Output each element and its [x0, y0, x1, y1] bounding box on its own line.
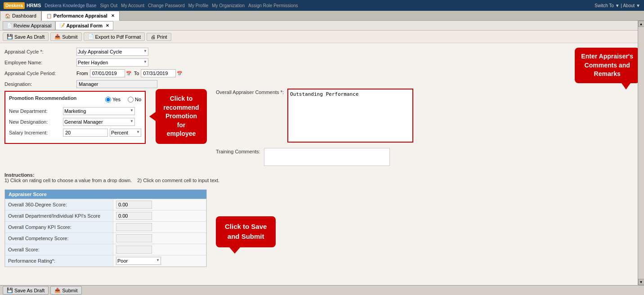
- subtab-review-label: Review Appraisal: [13, 23, 51, 28]
- top-nav: Deskera HRMS Deskera Knowledge Base Sign…: [0, 0, 644, 11]
- nav-myorg[interactable]: My Organization: [212, 3, 245, 8]
- logo-area: Deskera HRMS: [4, 2, 41, 9]
- upper-section: Appraisal Cycle *: July Appraisal Cycle …: [4, 48, 640, 166]
- to-calendar-icon[interactable]: 📅: [177, 71, 182, 76]
- nav-myprofile[interactable]: My Profile: [188, 3, 208, 8]
- tab-dashboard-label: Dashboard: [12, 13, 36, 18]
- appraiser-callout-arrow: [622, 83, 631, 89]
- performance-rating-select[interactable]: Poor Average Good Excellent: [116, 257, 161, 265]
- main-tab-bar: 🏠 Dashboard 📋 Performance Appraisal ✕: [0, 11, 644, 21]
- promotion-row-wrapper: Promotion Recommendation Yes No: [4, 89, 207, 144]
- logo-box: Deskera: [4, 2, 25, 9]
- export-label: Export to Pdf Format: [95, 34, 141, 40]
- appraisal-icon: 📋: [46, 13, 52, 18]
- nav-signout[interactable]: Sign Out: [100, 3, 117, 8]
- salary-type-select[interactable]: Percent: [110, 129, 141, 137]
- salary-input[interactable]: [63, 129, 108, 137]
- nav-assignrole[interactable]: Assign Role Permissions: [248, 3, 298, 8]
- appraisal-cycle-select-wrapper: July Appraisal Cycle: [76, 48, 148, 56]
- new-dept-label: New Department:: [9, 108, 63, 114]
- score-value-4: [113, 244, 206, 255]
- score-value-1: [113, 210, 206, 221]
- appraiser-callout: Enter Appraiser's Comments and Remarks: [575, 48, 640, 83]
- submit-button[interactable]: 📤 Submit: [50, 32, 81, 41]
- promo-callout-line1: Click to recommend: [163, 94, 200, 112]
- score-value-3: [113, 232, 206, 244]
- right-form: Enter Appraiser's Comments and Remarks O…: [216, 48, 640, 166]
- subtab-close-icon[interactable]: ✕: [106, 23, 109, 28]
- overall-comments-input[interactable]: Outstanding Performance: [287, 89, 413, 143]
- promotion-header: Promotion Recommendation Yes No: [9, 95, 141, 103]
- print-button[interactable]: 🖨 Print: [147, 33, 171, 41]
- appraisal-cycle-select[interactable]: July Appraisal Cycle: [76, 48, 148, 56]
- left-form: Appraisal Cycle *: July Appraisal Cycle …: [4, 48, 207, 144]
- period-from-input[interactable]: [90, 69, 125, 77]
- promotion-no-label[interactable]: No: [128, 97, 141, 103]
- cycle-period-row: Appraisal Cycle Period: From 📅 To 📅: [4, 69, 207, 77]
- from-label: From: [76, 71, 88, 76]
- promotion-no-radio[interactable]: [128, 97, 134, 103]
- table-row: Overall Competency Score:: [5, 232, 206, 244]
- tab-dashboard[interactable]: 🏠 Dashboard: [0, 11, 41, 21]
- score-label-3: Overall Competency Score:: [5, 232, 113, 244]
- new-dept-row: New Department: Marketing: [9, 107, 141, 115]
- save-draft-icon: 💾: [7, 34, 13, 40]
- submit-callout-wrapper: Click to Save and Submit: [216, 216, 276, 247]
- instructions-line1: 1) Click on rating cell to choose a valu…: [4, 178, 132, 183]
- appraiser-callout-wrapper: Enter Appraiser's Comments and Remarks: [575, 48, 640, 83]
- nav-changepassword[interactable]: Change Password: [148, 3, 185, 8]
- export-icon: 📄: [88, 34, 94, 40]
- designation-input[interactable]: [76, 80, 157, 88]
- save-draft-button[interactable]: 💾 Save As Draft: [3, 32, 49, 41]
- instructions-line2: 2) Click on comment cell to input text.: [137, 178, 219, 183]
- overall-comments-row: Overall Appraiser Comments *: Outstandin…: [216, 89, 640, 143]
- tab-close-icon[interactable]: ✕: [111, 13, 115, 18]
- cycle-period-label: Appraisal Cycle Period:: [4, 71, 76, 76]
- table-row: Overall Company KPI Score:: [5, 221, 206, 232]
- score-input-3[interactable]: [116, 234, 152, 242]
- review-icon: 📄: [7, 23, 12, 28]
- period-to-input[interactable]: [141, 69, 176, 77]
- appraiser-callout-line1: Enter Appraiser's: [581, 52, 633, 61]
- score-header: Appraiser Score: [5, 190, 206, 199]
- appraiser-callout-row: Enter Appraiser's Comments and Remarks: [216, 48, 640, 83]
- scroll-down-button[interactable]: ▼: [638, 279, 644, 285]
- score-input-0[interactable]: [116, 201, 152, 209]
- salary-row: Salary Increment: Percent: [9, 129, 141, 137]
- employee-name-label: Employee Name:: [4, 60, 76, 65]
- export-pdf-button[interactable]: 📄 Export to Pdf Format: [84, 32, 145, 41]
- promotion-yes-label[interactable]: Yes: [105, 97, 121, 103]
- score-input-1[interactable]: [116, 212, 152, 220]
- promotion-box: Promotion Recommendation Yes No: [4, 91, 146, 144]
- score-value-0: [113, 199, 206, 210]
- main-content: Appraisal Cycle *: July Appraisal Cycle …: [0, 43, 644, 285]
- knowledge-base-link[interactable]: Deskera Knowledge Base: [45, 3, 96, 8]
- subtab-review-appraisal[interactable]: 📄 Review Appraisal: [3, 21, 55, 30]
- new-desig-label: New Designation:: [9, 119, 63, 125]
- switch-to[interactable]: Switch To ▼ | About ▼: [595, 3, 640, 8]
- subtab-appraisal-form[interactable]: 📝 Appraisal Form ✕: [55, 21, 113, 30]
- score-input-4[interactable]: [116, 246, 152, 254]
- from-calendar-icon[interactable]: 📅: [126, 71, 131, 76]
- training-comments-input[interactable]: [264, 148, 390, 166]
- nav-myaccount[interactable]: My Account: [121, 3, 144, 8]
- promo-callout-line3: employee: [163, 130, 200, 139]
- appraiser-callout-line2: Comments and: [581, 61, 633, 70]
- score-table: Overall 360-Degree Score: Overall Depart…: [5, 199, 206, 267]
- new-dept-select-wrapper: Marketing: [63, 107, 135, 115]
- overall-comments-label: Overall Appraiser Comments *:: [216, 89, 284, 95]
- scrollbar[interactable]: ▲ ▼: [638, 21, 644, 285]
- print-icon: 🖨: [151, 34, 156, 40]
- scroll-up-button[interactable]: ▲: [638, 21, 644, 27]
- promo-callout-line2: Promotion for: [163, 112, 200, 130]
- appraiser-callout-line3: Remarks: [581, 70, 633, 79]
- new-dept-select[interactable]: Marketing: [63, 107, 135, 115]
- promotion-radio-group: Yes No: [105, 97, 141, 103]
- promotion-yes-radio[interactable]: [105, 97, 111, 103]
- new-desig-select[interactable]: General Manager: [63, 118, 135, 126]
- submit-label: Submit: [62, 34, 77, 40]
- employee-name-select[interactable]: Peter Hayden: [76, 58, 148, 67]
- tab-performance-appraisal[interactable]: 📋 Performance Appraisal ✕: [41, 11, 120, 21]
- to-label: To: [134, 71, 139, 76]
- score-input-2[interactable]: [116, 223, 152, 231]
